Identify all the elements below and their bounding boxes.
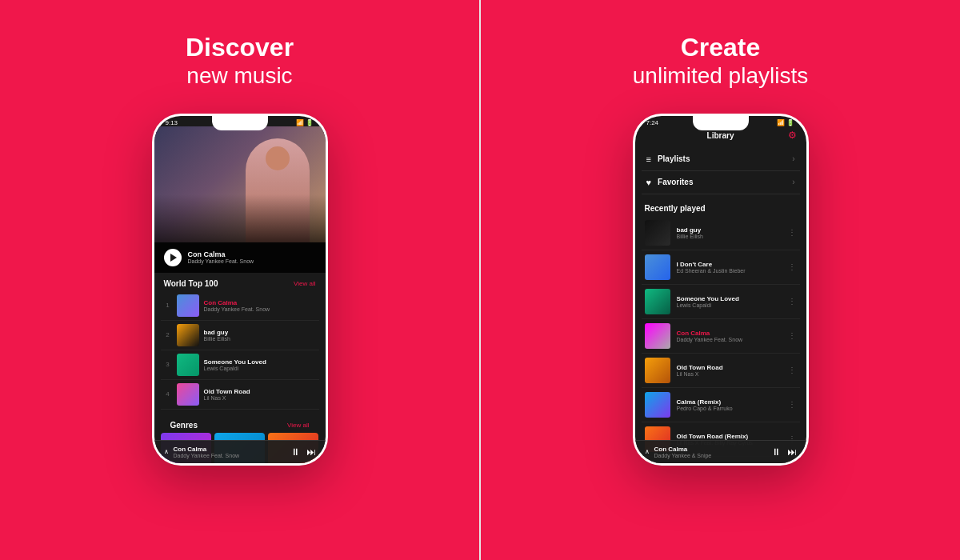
play-button[interactable] — [164, 249, 182, 266]
playlists-menu-item[interactable]: ≡ Playlists › — [642, 148, 800, 171]
track-info-1: Con Calma Daddy Yankee Feat. Snow — [204, 299, 270, 312]
bottom-player-right[interactable]: ∧ Con Calma Daddy Yankee & Snipe ⏸ ⏭ — [635, 440, 806, 463]
library-title: Library — [707, 131, 734, 140]
track-number-2: 2 — [164, 331, 172, 338]
recent-info-2: I Don't Care Ed Sheeran & Justin Bieber — [677, 261, 782, 274]
track-item-1[interactable]: 1 Con Calma Daddy Yankee Feat. Snow — [161, 291, 319, 321]
recent-name-2: I Don't Care — [677, 261, 782, 268]
chevron-up-icon-right: ∧ — [645, 448, 650, 455]
track-number-3: 3 — [164, 361, 172, 368]
recent-name-1: bad guy — [677, 226, 782, 234]
recent-thumb-3 — [645, 289, 670, 314]
recent-item-5[interactable]: Old Town Road Lil Nas X ⋮ — [642, 354, 800, 388]
status-icons-right: 📶 🔋 — [777, 119, 794, 126]
favorites-label: Favorites — [658, 178, 693, 186]
gear-icon[interactable]: ⚙ — [788, 130, 797, 141]
player-controls-left[interactable]: ⏸ ⏭ — [290, 446, 316, 458]
phone-notch — [212, 116, 268, 130]
view-all-genres[interactable]: View all — [287, 422, 309, 429]
left-panel-title: Discover new music — [186, 32, 294, 90]
favorites-chevron-icon: › — [792, 178, 794, 186]
track-name-1: Con Calma — [204, 299, 270, 306]
world-top-100-title: World Top 100 — [164, 279, 218, 288]
track-item-2[interactable]: 2 bad guy Billie Eilish — [161, 321, 319, 350]
left-panel: Discover new music 9:13 📶 🔋 — [0, 0, 479, 560]
track-item-3[interactable]: 3 Someone You Loved Lewis Capaldi — [161, 350, 319, 380]
more-options-3[interactable]: ⋮ — [788, 297, 797, 306]
status-icons-left: 📶 🔋 — [296, 119, 314, 126]
track-info-2: bad guy Billie Eilish — [204, 329, 230, 342]
favorites-menu-item-left: ♥ Favorites — [646, 178, 694, 187]
bottom-song-info: Con Calma Daddy Yankee Feat. Snow — [174, 446, 240, 458]
bottom-song-name: Con Calma — [174, 446, 240, 453]
recent-item-6[interactable]: Calma (Remix) Pedro Capó & Farruko ⋮ — [642, 388, 800, 422]
bottom-player-right-info: ∧ Con Calma Daddy Yankee & Snipe — [645, 446, 712, 458]
phone-left: 9:13 📶 🔋 Con Calma Daddy Yankee Feat. Sn — [152, 114, 328, 466]
recent-name-5: Old Town Road — [677, 364, 782, 371]
bottom-song-name-right: Con Calma — [654, 446, 712, 453]
track-thumb-1 — [177, 294, 199, 317]
bottom-song-info-right: Con Calma Daddy Yankee & Snipe — [654, 446, 712, 458]
recent-thumb-2 — [645, 254, 670, 280]
recent-info-1: bad guy Billie Eilish — [677, 226, 782, 239]
playlists-chevron-icon: › — [792, 154, 794, 163]
recent-item-3[interactable]: Someone You Loved Lewis Capaldi ⋮ — [642, 285, 800, 319]
next-button[interactable]: ⏭ — [306, 446, 316, 458]
library-menu: ≡ Playlists › ♥ Favorites › — [635, 145, 806, 198]
recent-item-1[interactable]: bad guy Billie Eilish ⋮ — [642, 216, 800, 250]
more-options-5[interactable]: ⋮ — [788, 366, 797, 374]
bottom-player-info: ∧ Con Calma Daddy Yankee Feat. Snow — [164, 446, 240, 458]
track-thumb-2 — [177, 324, 199, 346]
recent-name-6: Calma (Remix) — [677, 398, 782, 406]
bottom-song-artist-right: Daddy Yankee & Snipe — [654, 453, 712, 458]
track-thumb-4 — [177, 383, 199, 406]
recent-artist-1: Billie Eilish — [677, 234, 782, 239]
track-list: 1 Con Calma Daddy Yankee Feat. Snow 2 ba… — [154, 291, 326, 410]
hero-image — [154, 126, 326, 242]
favorites-menu-item[interactable]: ♥ Favorites › — [642, 171, 800, 194]
recent-thumb-6 — [645, 392, 670, 418]
recent-name-4: Con Calma — [677, 330, 782, 337]
hero-overlay — [154, 194, 326, 242]
track-name-2: bad guy — [204, 329, 230, 336]
recent-artist-4: Daddy Yankee Feat. Snow — [677, 337, 782, 342]
more-options-6[interactable]: ⋮ — [788, 400, 797, 409]
genres-title: Genres — [170, 421, 198, 430]
recent-item-4[interactable]: Con Calma Daddy Yankee Feat. Snow ⋮ — [642, 319, 800, 354]
more-options-2[interactable]: ⋮ — [788, 262, 797, 271]
recent-info-6: Calma (Remix) Pedro Capó & Farruko — [677, 398, 782, 411]
playlists-icon: ≡ — [646, 154, 651, 164]
genres-header: Genres View all — [161, 414, 319, 433]
now-playing-song: Con Calma — [188, 250, 254, 258]
track-artist-1: Daddy Yankee Feat. Snow — [204, 306, 270, 312]
bottom-player-left[interactable]: ∧ Con Calma Daddy Yankee Feat. Snow ⏸ ⏭ — [154, 440, 326, 463]
track-thumb-3 — [177, 354, 199, 376]
pause-button-right[interactable]: ⏸ — [771, 446, 781, 458]
phone-notch-right — [693, 116, 749, 130]
playlists-menu-item-left: ≡ Playlists — [646, 154, 690, 164]
recent-artist-2: Ed Sheeran & Justin Bieber — [677, 268, 782, 274]
world-top-100-header: World Top 100 View all — [154, 273, 326, 291]
recent-name-3: Someone You Loved — [677, 295, 782, 302]
recent-item-2[interactable]: I Don't Care Ed Sheeran & Justin Bieber … — [642, 250, 800, 285]
recent-artist-6: Pedro Capó & Farruko — [677, 406, 782, 411]
track-info-3: Someone You Loved Lewis Capaldi — [204, 358, 266, 371]
now-playing-bar[interactable]: Con Calma Daddy Yankee Feat. Snow — [154, 242, 326, 273]
track-artist-3: Lewis Capaldi — [204, 366, 266, 371]
track-item-4[interactable]: 4 Old Town Road Lil Nas X — [161, 380, 319, 410]
player-controls-right[interactable]: ⏸ ⏭ — [771, 446, 797, 458]
pause-button[interactable]: ⏸ — [290, 446, 300, 458]
now-playing-artist: Daddy Yankee Feat. Snow — [188, 258, 254, 264]
right-panel: Create unlimited playlists 7:24 📶 🔋 Libr… — [481, 0, 960, 560]
track-artist-4: Lil Nas X — [204, 395, 250, 401]
more-options-4[interactable]: ⋮ — [788, 331, 797, 340]
recent-list: bad guy Billie Eilish ⋮ I Don't Care Ed … — [635, 216, 806, 457]
bottom-song-artist: Daddy Yankee Feat. Snow — [174, 453, 240, 458]
recently-played-header: Recently played — [635, 198, 806, 216]
more-options-1[interactable]: ⋮ — [788, 228, 797, 237]
playlists-label: Playlists — [658, 154, 690, 163]
view-all-button-top[interactable]: View all — [294, 280, 315, 287]
recent-thumb-1 — [645, 220, 670, 246]
track-artist-2: Billie Eilish — [204, 336, 230, 342]
next-button-right[interactable]: ⏭ — [787, 446, 797, 458]
